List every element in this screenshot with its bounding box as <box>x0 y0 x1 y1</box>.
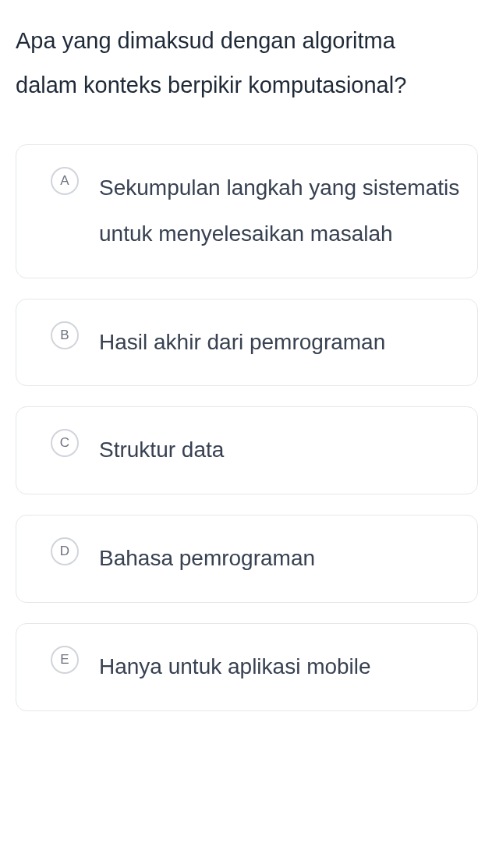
option-a[interactable]: A Sekumpulan langkah yang sistematis unt… <box>16 144 478 278</box>
options-list: A Sekumpulan langkah yang sistematis unt… <box>16 144 478 711</box>
option-letter-c: C <box>51 429 79 457</box>
option-e[interactable]: E Hanya untuk aplikasi mobile <box>16 623 478 711</box>
option-letter-e: E <box>51 646 79 674</box>
option-text-a: Sekumpulan langkah yang sistematis untuk… <box>99 165 462 257</box>
option-d[interactable]: D Bahasa pemrograman <box>16 515 478 603</box>
option-letter-d: D <box>51 537 79 565</box>
option-text-c: Struktur data <box>99 427 462 473</box>
option-text-b: Hasil akhir dari pemrograman <box>99 320 462 366</box>
option-c[interactable]: C Struktur data <box>16 406 478 494</box>
option-text-e: Hanya untuk aplikasi mobile <box>99 644 462 690</box>
quiz-container: Apa yang dimaksud dengan algoritma dalam… <box>0 0 478 711</box>
option-text-d: Bahasa pemrograman <box>99 536 462 582</box>
question-text: Apa yang dimaksud dengan algoritma dalam… <box>16 19 478 107</box>
option-letter-b: B <box>51 321 79 349</box>
option-b[interactable]: B Hasil akhir dari pemrograman <box>16 299 478 387</box>
option-letter-a: A <box>51 167 79 195</box>
